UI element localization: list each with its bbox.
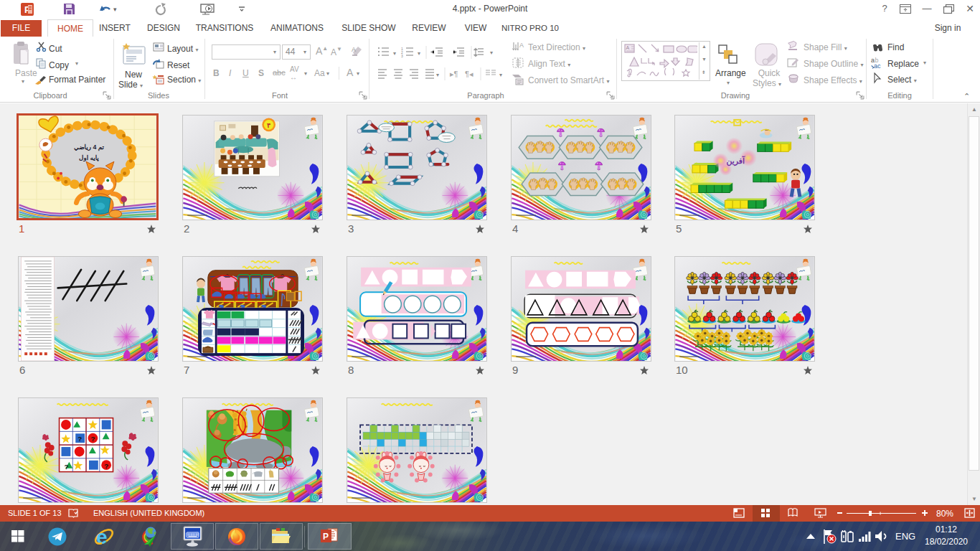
svg-text:P: P [323,532,329,542]
svg-text:▾: ▾ [499,72,502,78]
svg-text:▾: ▾ [113,6,117,13]
svg-text:پايه اول: پايه اول [79,154,99,162]
svg-text:▾: ▾ [436,72,439,78]
svg-text:80%: 80% [936,509,953,519]
svg-text:آفرین: آفرین [726,156,745,166]
svg-text:▾: ▾ [393,50,396,57]
svg-text:۴: ۴ [267,121,270,129]
svg-text:e: e [96,526,108,548]
svg-text:A: A [626,45,630,50]
svg-text:¶◂: ¶◂ [465,70,473,78]
svg-text:▸¶: ▸¶ [450,70,458,78]
svg-text:A: A [352,46,356,53]
svg-text:A: A [519,42,524,49]
svg-text:ac: ac [874,62,881,70]
svg-text:تم 4 رياضي: تم 4 رياضي [74,143,105,151]
svg-text:3: 3 [401,54,403,58]
svg-text:?: ? [90,435,95,443]
svg-text:?: ? [104,462,108,470]
svg-text:▾: ▾ [418,50,420,57]
svg-text:?: ? [77,435,82,443]
svg-text:?: ? [64,463,68,471]
